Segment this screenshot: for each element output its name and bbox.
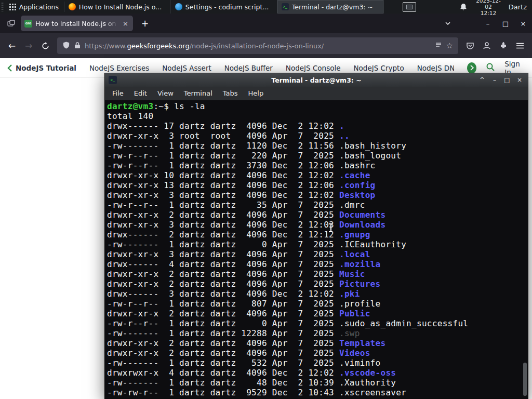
file-attributes: -rw-r--r-- 1 dartz dartz 0 Apr 7 2025 [107, 318, 339, 328]
nav-back-link[interactable]: NodeJS Tutorial [7, 64, 76, 72]
url-prefix: https://www. [85, 42, 127, 50]
browser-tab-bar: How to Install Node.js on × + – □ × [0, 14, 532, 33]
terminal-output-line: drwxr-xr-x 3 dartz dartz 4096 Dec 2 12:0… [107, 190, 528, 200]
geeksforgeeks-favicon [24, 20, 32, 28]
file-attributes: drwxr-xr-x 3 dartz dartz 4096 Apr 7 2025 [107, 249, 339, 259]
directory-name: .pki [339, 289, 360, 299]
terminal-menu-item[interactable]: Tabs [218, 89, 243, 97]
terminal-output-line: -rw-rw-r-- 1 dartz dartz 9529 Dec 2 10:4… [107, 388, 528, 397]
url-domain: geeksforgeeks.org [127, 42, 189, 50]
clock-time: 12:12 [475, 10, 501, 16]
url-text[interactable]: https://www.geeksforgeeks.org/node-js/in… [85, 42, 324, 50]
back-button[interactable]: ← [4, 38, 20, 54]
new-tab-button[interactable]: + [138, 18, 152, 29]
taskbar-window-title: How to Install Node.js o... [79, 3, 162, 11]
scrollbar-thumb[interactable] [523, 363, 527, 396]
gfg-nav-item[interactable]: NodeJS Buffer [224, 64, 273, 72]
chevron-left-icon [7, 64, 12, 72]
file-attributes: -rw------- 1 dartz dartz 0 Apr 7 2025 [107, 240, 339, 249]
prompt-user-host: dartz@vm3 [107, 101, 153, 111]
window-maximize-button[interactable]: □ [497, 14, 514, 33]
prompt-symbol: $ [164, 101, 174, 111]
taskbar-window-title: Settings - codium script... [185, 3, 269, 11]
directory-name: Documents [339, 210, 385, 220]
file-attributes: -rw-r--r-- 1 dartz dartz 220 Apr 7 2025 [107, 151, 339, 161]
file-name: .profile [339, 299, 380, 309]
file-name: .xscreensaver [339, 388, 406, 397]
clock[interactable]: 2025-12-02 12:12 [475, 0, 501, 16]
taskbar-window-button[interactable]: How to Install Node.js o... [64, 0, 171, 14]
window-close-button[interactable]: × [514, 14, 532, 33]
file-attributes: drwxr-xr-x 2 dartz dartz 4096 Apr 7 2025 [107, 279, 339, 289]
browser-tab[interactable]: How to Install Node.js on × [21, 16, 133, 31]
gfg-nav-item[interactable]: NodeJS Crypto [354, 64, 404, 72]
taskbar-window-button[interactable]: Settings - codium script... [171, 0, 277, 14]
directory-name: .cache [339, 170, 370, 180]
terminal-titlebar[interactable]: Terminal - dartz@vm3: ~ ^ – □ × [105, 73, 528, 87]
tab-close-button[interactable]: × [122, 20, 129, 28]
menu-hamburger-icon[interactable] [512, 38, 528, 54]
file-attributes: drwxr-xr-x 13 dartz dartz 4096 Dec 2 12:… [107, 180, 339, 190]
terminal-output-line: -rw------- 1 dartz dartz 532 Apr 7 2025 … [107, 358, 528, 368]
terminal-output[interactable]: dartz@vm3:~$ ls -latotal 140drwx------ 1… [105, 100, 528, 398]
lock-icon[interactable] [74, 42, 81, 50]
terminal-output-line: drwx------ 4 dartz dartz 4096 Apr 7 2025… [107, 259, 528, 269]
nav-scroll-right-button[interactable] [467, 62, 476, 74]
terminal-close-button[interactable]: × [513, 74, 526, 86]
browser-window-controls: – □ × [479, 14, 532, 33]
terminal-menu-item[interactable]: Help [243, 89, 269, 97]
reader-mode-icon[interactable] [435, 42, 442, 50]
notification-bell-icon[interactable] [460, 3, 467, 11]
reload-button[interactable] [37, 38, 53, 54]
file-attributes: drwxr-xr-x 2 dartz dartz 4096 Apr 7 2025 [107, 309, 339, 318]
tracking-protection-shield-icon[interactable] [62, 41, 70, 51]
terminal-menu-item[interactable]: File [107, 89, 129, 97]
terminal-output-line: -rw-r--r-- 1 dartz dartz 807 Apr 7 2025 … [107, 299, 528, 309]
extensions-icon[interactable] [496, 38, 511, 54]
terminal-menu-item[interactable]: Terminal [179, 89, 218, 97]
user-menu[interactable]: Dartz [509, 3, 527, 11]
terminal-maximize-button[interactable]: □ [501, 74, 513, 86]
directory-name: .gnupg [339, 230, 370, 240]
search-icon[interactable] [486, 62, 495, 73]
file-attributes: -rw-rw-r-- 1 dartz dartz 9529 Dec 2 10:4… [107, 388, 339, 397]
pocket-icon[interactable] [462, 38, 478, 54]
gfg-nav-item[interactable]: NodeJS Console [286, 64, 341, 72]
terminal-output-line: drwx------ 3 dartz dartz 4096 Dec 2 12:0… [107, 289, 528, 299]
window-minimize-button[interactable]: – [479, 14, 497, 33]
url-bar[interactable]: https://www.geeksforgeeks.org/node-js/in… [57, 37, 458, 54]
file-attributes: drwxr-xr-x 10 dartz dartz 4096 Dec 2 12:… [107, 170, 339, 180]
terminal-output-line: -rw-r--r-- 1 dartz dartz 0 Apr 7 2025 .s… [107, 318, 528, 328]
terminal-minimize-button[interactable]: – [488, 74, 501, 86]
terminal-menu-item[interactable]: View [152, 89, 179, 97]
tab-title: How to Install Node.js on [35, 20, 118, 28]
terminal-output-line: -rw------- 1 dartz dartz 1120 Dec 2 11:5… [107, 141, 528, 151]
applications-menu-button[interactable]: Applications [4, 0, 64, 14]
file-attributes: drwxr-xr-x 3 root root 4096 Apr 7 2025 [107, 131, 339, 141]
directory-name: Pictures [339, 279, 380, 289]
codium-icon [175, 3, 182, 10]
file-name: .bashrc [339, 161, 376, 170]
gfg-nav-item[interactable]: NodeJS Exercises [89, 64, 149, 72]
list-all-tabs-button[interactable] [441, 17, 455, 31]
file-name: .dmrc [339, 200, 365, 210]
account-icon[interactable] [479, 38, 495, 54]
gfg-nav-item[interactable]: NodeJS DNS [417, 64, 454, 72]
prompt-colon: : [153, 101, 158, 111]
file-name: .ICEauthority [339, 240, 406, 249]
bookmark-star-icon[interactable]: ☆ [446, 41, 453, 50]
directory-name: Templates [339, 338, 385, 348]
terminal-output-line: drwx------ 2 dartz dartz 4096 Dec 2 12:1… [107, 230, 528, 240]
workspace-pager[interactable] [403, 2, 416, 12]
terminal-shade-button[interactable]: ^ [476, 74, 488, 86]
terminal-scrollbar[interactable] [523, 100, 527, 398]
clock-date: 2025-12-02 [475, 0, 501, 10]
gfg-nav-item[interactable]: NodeJS Assert [162, 64, 211, 72]
taskbar-window-button[interactable]: Terminal - dartz@vm3: ~ [277, 0, 384, 14]
terminal-menu-item[interactable]: Edit [129, 89, 152, 97]
firefox-view-button[interactable] [4, 17, 18, 30]
directory-name: Music [339, 269, 365, 279]
terminal-total-line: total 140 [107, 111, 528, 121]
terminal-icon [109, 76, 117, 84]
directory-name: .config [339, 180, 376, 190]
